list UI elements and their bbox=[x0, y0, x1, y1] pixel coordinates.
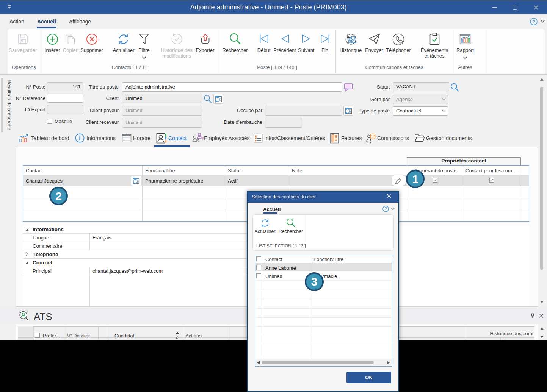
svg-text:?: ? bbox=[197, 139, 199, 143]
svg-text:?: ? bbox=[384, 206, 387, 211]
svg-text:?: ? bbox=[532, 19, 535, 25]
svg-text:?: ? bbox=[201, 137, 204, 141]
